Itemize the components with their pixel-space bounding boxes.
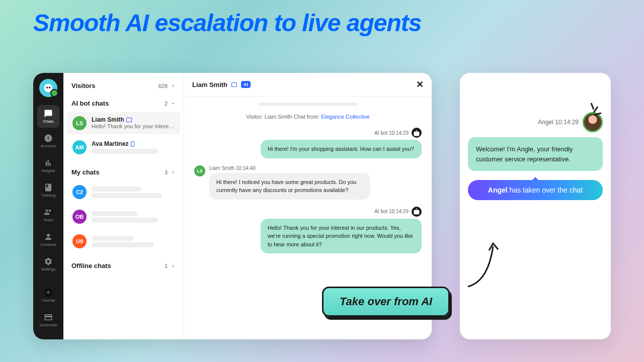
chat-item-liam[interactable]: LS Liam Smith Hello! Thank you for your … — [66, 112, 181, 134]
nav-label: Chats — [43, 119, 54, 124]
app-logo[interactable] — [39, 79, 57, 97]
placeholder — [92, 187, 141, 192]
desktop-icon — [231, 82, 237, 87]
card-icon — [44, 313, 53, 322]
nav-label: Contacts — [40, 242, 56, 247]
nav-label: Insights — [41, 168, 55, 173]
nav-training[interactable]: Training — [37, 179, 59, 202]
bot-message: Hi there! I'm your shopping assistant. H… — [261, 140, 422, 158]
chart-icon — [44, 158, 53, 167]
section-title: Offline chats — [71, 262, 111, 269]
nav-label: Archives — [41, 144, 56, 148]
nav-tutorial[interactable]: Tutorial — [37, 284, 59, 307]
team-icon — [44, 208, 53, 217]
contacts-icon — [44, 232, 53, 241]
conversation-info: Visitor: Liam Smith Chat from: Elegance … — [194, 114, 422, 120]
visitor-message: Hi there! I noticed you have some great … — [209, 173, 370, 200]
my-chats-section[interactable]: My chats 3 — [63, 165, 184, 179]
chat-item-ava[interactable]: AM Ava Martinez — [66, 136, 181, 159]
nav-subscribe[interactable]: Subscribe — [37, 309, 59, 331]
headline: Smooth AI escalation to live agents — [33, 9, 421, 37]
nav-label: Training — [41, 193, 56, 198]
section-title: AI bot chats — [71, 100, 109, 107]
svg-point-0 — [44, 84, 53, 93]
placeholder — [92, 242, 154, 247]
chat-item[interactable]: C2 — [66, 181, 181, 204]
message-meta: AI bot 10:14:29 — [194, 128, 422, 138]
chat-icon — [44, 109, 53, 118]
loading-indicator — [258, 103, 358, 106]
chevron-right-icon — [171, 263, 176, 268]
nav-label: Team — [43, 218, 53, 222]
avatar: C2 — [72, 185, 87, 199]
gear-icon — [44, 257, 53, 266]
offline-chats-section[interactable]: Offline chats 1 — [63, 259, 184, 273]
shop-link[interactable]: Elegance Collective — [321, 114, 370, 120]
nav-label: Settings — [41, 267, 56, 272]
nav-insights[interactable]: Insights — [37, 154, 59, 177]
chat-name: Ava Martinez — [92, 140, 129, 147]
placeholder — [92, 149, 158, 154]
arrow-icon — [458, 236, 508, 292]
conversation-name: Liam Smith — [192, 81, 227, 88]
nav-label: Subscribe — [39, 323, 57, 327]
agent-greeting: Welcome! I'm Angle, your friendly custom… — [468, 137, 603, 171]
ai-chats-section[interactable]: AI bot chats 2 — [63, 97, 184, 110]
conversation-header: Liam Smith AI ✕ — [184, 73, 432, 97]
nav-chats[interactable]: Chats — [37, 105, 59, 128]
chat-item[interactable]: U9 — [66, 230, 181, 253]
chevron-right-icon — [171, 170, 176, 175]
archive-icon — [44, 134, 53, 143]
bot-message: Hello! Thank you for your interest in ou… — [261, 219, 422, 254]
compass-icon — [44, 288, 53, 297]
bot-avatar-icon — [412, 207, 422, 217]
section-title: Visitors — [71, 82, 95, 89]
takeover-banner: Angel has taken over the chat — [468, 180, 603, 200]
visitor-avatar: LS — [194, 165, 205, 176]
svg-point-2 — [49, 87, 50, 88]
chat-name: Liam Smith — [92, 116, 124, 123]
message-meta: AI bot 10:14:29 — [194, 207, 422, 217]
mobile-icon — [131, 141, 134, 147]
section-title: My chats — [71, 168, 100, 176]
nav-label: Tutorial — [42, 298, 55, 303]
svg-point-1 — [46, 87, 48, 88]
avatar: LS — [72, 116, 87, 130]
ai-chat-count: 2 — [165, 101, 168, 107]
nav-archives[interactable]: Archives — [37, 130, 59, 152]
agent-meta: Angel 10:14:29 — [538, 119, 579, 126]
offline-count: 1 — [165, 263, 168, 269]
nav-settings[interactable]: Settings — [37, 253, 59, 276]
chevron-right-icon — [171, 83, 176, 88]
bot-avatar-icon — [412, 128, 422, 138]
agent-header: Angel 10:14:29 — [468, 112, 603, 132]
avatar: U9 — [72, 234, 87, 248]
my-chat-count: 3 — [165, 169, 168, 175]
nav-rail: Chats Archives Insights Training Team Co… — [33, 73, 63, 339]
chat-preview: Hello! Thank you for your interest... — [92, 123, 175, 129]
visitors-section[interactable]: Visitors 628 — [63, 79, 184, 93]
placeholder — [92, 211, 137, 216]
close-button[interactable]: ✕ — [416, 79, 424, 90]
chevron-down-icon — [171, 101, 176, 106]
avatar: OB — [72, 210, 87, 224]
message-meta: Liam Smith 10:14:40 — [209, 165, 370, 171]
placeholder — [92, 236, 133, 241]
takeover-callout[interactable]: Take over from AI — [322, 287, 450, 317]
chat-item[interactable]: OB — [66, 206, 181, 228]
book-icon — [44, 183, 53, 192]
desktop-icon — [126, 118, 132, 122]
nav-contacts[interactable]: Contacts — [37, 228, 59, 251]
avatar: AM — [72, 140, 87, 154]
visitor-count: 628 — [158, 83, 168, 89]
nav-team[interactable]: Team — [37, 204, 59, 226]
placeholder — [92, 193, 162, 198]
chat-list-panel: Visitors 628 AI bot chats 2 LS Liam Smit… — [63, 73, 184, 339]
accent-marks-icon — [584, 101, 604, 121]
ai-badge: AI — [241, 81, 251, 88]
placeholder — [92, 218, 158, 223]
